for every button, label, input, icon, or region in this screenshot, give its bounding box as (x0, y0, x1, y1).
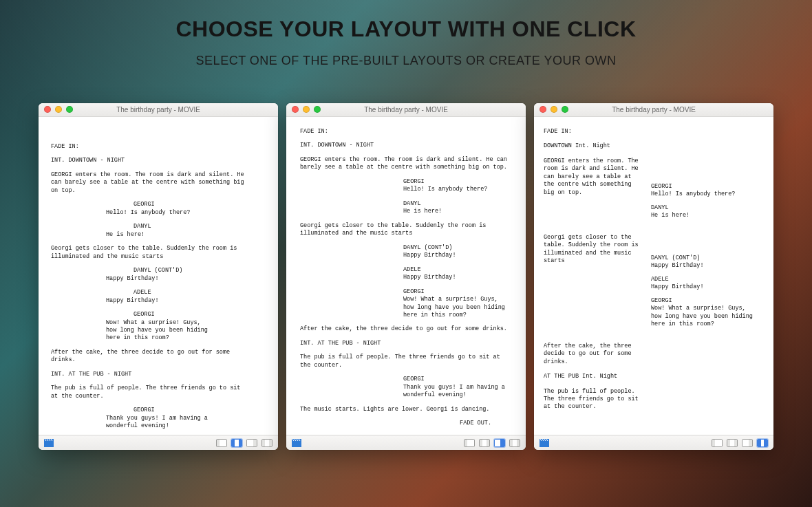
dialogue: Happy Birthday! (403, 252, 506, 259)
svg-rect-4 (539, 441, 549, 447)
action-text: The pub is full of people. The three fri… (51, 385, 250, 400)
layout-button-4[interactable] (509, 439, 520, 447)
close-icon[interactable] (292, 106, 299, 113)
zoom-icon[interactable] (562, 106, 568, 113)
bottom-toolbar (39, 435, 278, 450)
character-cue: GEORGI (651, 297, 754, 305)
layout-button-2[interactable] (231, 439, 242, 447)
scene-heading: INT. AT THE PUB - NIGHT (300, 340, 512, 347)
character-cue: DANYL (CONT'D) (651, 255, 754, 262)
dialogue: Thank you guys! I am having a wonderful … (403, 384, 506, 400)
layout-button-3[interactable] (742, 439, 753, 447)
transition: FADE OUT. (300, 420, 512, 427)
dialogue: Happy Birthday! (403, 274, 506, 281)
character-cue: DANYL (133, 223, 266, 230)
scene-heading: INT. AT THE PUB - NIGHT (51, 371, 266, 378)
titlebar: The birthday party - MOVIE (286, 103, 526, 117)
dialogue: Happy Birthday! (106, 275, 213, 283)
character-cue: GEORGI (133, 311, 266, 319)
dialogue: Wow! What a surprise! Guys, how long hav… (651, 305, 754, 328)
fade-in: FADE IN: (51, 143, 266, 151)
bottom-toolbar (286, 435, 526, 450)
subheadline: SELECT ONE OF THE PRE-BUILT LAYOUTS OR C… (0, 54, 812, 68)
close-icon[interactable] (539, 106, 546, 113)
clapperboard-icon[interactable] (44, 439, 54, 447)
window-layout-3: The birthday party - MOVIE FADE IN: DOWN… (534, 103, 773, 450)
action-text: GEORGI enters the room. The room is dark… (51, 171, 250, 195)
dialogue: Hello! Is anybody there? (403, 186, 506, 193)
clapperboard-icon[interactable] (292, 439, 301, 447)
character-cue: ADELE (133, 289, 266, 296)
character-cue: DANYL (CONT'D) (403, 244, 512, 252)
scene-heading: AT THE PUB Int. Night (544, 373, 641, 380)
layout-button-1[interactable] (464, 439, 475, 447)
window-layout-2: The birthday party - MOVIE FADE IN: INT.… (286, 103, 526, 450)
action-text: The pub is full of people. The three fri… (544, 388, 641, 411)
titlebar: The birthday party - MOVIE (534, 103, 773, 117)
character-cue: GEORGI (403, 178, 512, 186)
character-cue: GEORGI (403, 288, 512, 296)
fade-in: FADE IN: (300, 128, 512, 136)
svg-rect-0 (44, 441, 54, 447)
traffic-lights (292, 106, 321, 113)
layout-button-4[interactable] (261, 439, 273, 447)
dialogue: He is here! (403, 208, 506, 215)
scene-heading: INT. DOWNTOWN - NIGHT (51, 157, 266, 164)
dialogue: Happy Birthday! (651, 262, 754, 270)
script-page: FADE IN: INT. DOWNTOWN - NIGHT GEORGI en… (39, 117, 278, 435)
action-text: The pub is full of people. The three fri… (300, 354, 510, 369)
character-cue: ADELE (403, 266, 512, 274)
minimize-icon[interactable] (551, 106, 557, 113)
character-cue: DANYL (651, 204, 754, 212)
layout-switcher (216, 439, 273, 447)
zoom-icon[interactable] (314, 106, 321, 113)
action-text: After the cake, the three decide to go o… (300, 325, 510, 333)
dialogue: Happy Birthday! (651, 283, 754, 291)
action-text: Georgi gets closer to the table. Suddenl… (51, 245, 250, 261)
close-icon[interactable] (44, 106, 51, 113)
layout-button-1[interactable] (216, 439, 227, 447)
windows-row: The birthday party - MOVIE FADE IN: INT.… (39, 103, 773, 450)
scene-heading: INT. DOWNTOWN - NIGHT (300, 142, 512, 149)
svg-rect-2 (292, 441, 301, 447)
dialogue: Wow! What a surprise! Guys, how long hav… (403, 296, 506, 319)
dialogue: Hello! Is anybody there? (651, 191, 754, 198)
action-text: GEORGI enters the room. The room is dark… (300, 156, 510, 172)
character-cue: GEORGI (133, 407, 266, 414)
window-title: The birthday party - MOVIE (534, 106, 773, 114)
dialogue: He is here! (651, 212, 754, 219)
layout-button-2[interactable] (479, 439, 490, 447)
character-cue: GEORGI (403, 376, 512, 383)
traffic-lights (539, 106, 568, 113)
minimize-icon[interactable] (303, 106, 310, 113)
dialogue: Hello! Is anybody there? (106, 209, 213, 217)
layout-button-1[interactable] (712, 439, 723, 447)
character-cue: ADELE (651, 276, 754, 283)
dialogue: He is here! (106, 231, 213, 239)
zoom-icon[interactable] (66, 106, 73, 113)
window-title: The birthday party - MOVIE (286, 106, 526, 114)
minimize-icon[interactable] (55, 106, 62, 113)
layout-button-3[interactable] (246, 439, 257, 447)
dialogue: Happy Birthday! (106, 297, 213, 305)
window-layout-1: The birthday party - MOVIE FADE IN: INT.… (39, 103, 278, 450)
character-cue: GEORGI (133, 201, 266, 208)
bottom-toolbar (534, 435, 773, 450)
character-cue: GEORGI (651, 183, 754, 191)
script-page: FADE IN: DOWNTOWN Int. Night GEORGI ente… (534, 117, 773, 435)
scene-heading: DOWNTOWN Int. Night (544, 142, 641, 150)
action-text: Georgi gets closer to the table. Suddenl… (544, 234, 641, 266)
character-cue: DANYL (403, 200, 512, 208)
headline: CHOOSE YOUR LAYOUT WITH ONE CLICK (0, 17, 812, 42)
layout-switcher (712, 439, 768, 447)
dialogue: Thank you guys! I am having a wonderful … (106, 415, 213, 431)
layout-button-2[interactable] (727, 439, 738, 447)
layout-button-3[interactable] (494, 439, 505, 447)
clapperboard-icon[interactable] (539, 439, 549, 447)
titlebar: The birthday party - MOVIE (39, 103, 278, 117)
action-text: The music starts. Lights are lower. Geor… (300, 406, 510, 413)
layout-button-4[interactable] (757, 439, 768, 447)
fade-in: FADE IN: (544, 128, 641, 136)
action-text: Georgi gets closer to the table. Suddenl… (300, 222, 510, 238)
action-text: After the cake, the three decide to go o… (544, 343, 641, 366)
